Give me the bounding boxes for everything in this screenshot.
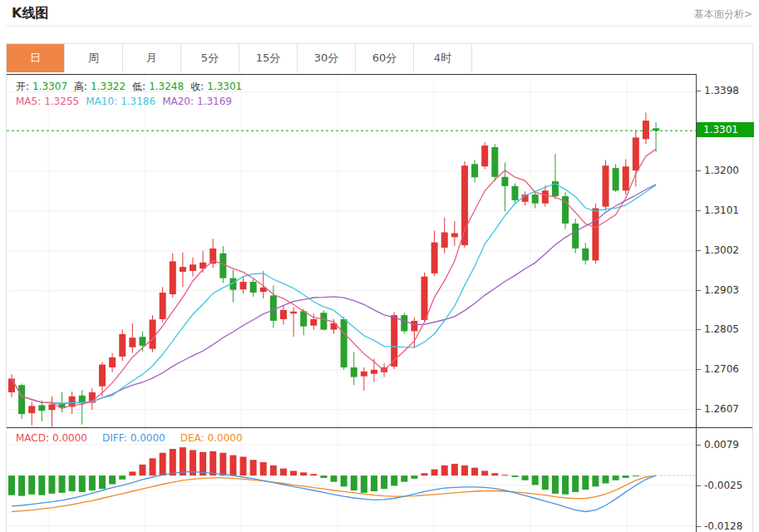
macd-bar[interactable] <box>431 470 438 476</box>
macd-bar[interactable] <box>219 453 226 475</box>
macd-bar[interactable] <box>401 475 407 482</box>
candle[interactable] <box>280 306 287 325</box>
candle[interactable] <box>150 315 156 352</box>
candle[interactable] <box>562 192 569 229</box>
macd-bar[interactable] <box>421 473 428 475</box>
macd-bar[interactable] <box>139 465 145 475</box>
candle[interactable] <box>229 269 236 302</box>
candle[interactable] <box>351 352 357 386</box>
macd-bar[interactable] <box>461 466 468 475</box>
macd-bar[interactable] <box>602 475 609 483</box>
macd-bar[interactable] <box>48 475 55 494</box>
candle[interactable] <box>643 112 649 144</box>
tab-h4[interactable]: 4时 <box>414 44 472 72</box>
macd-bar[interactable] <box>391 475 397 485</box>
macd-bar[interactable] <box>250 460 257 475</box>
candle[interactable] <box>421 273 428 323</box>
macd-bar[interactable] <box>481 470 488 475</box>
kline-canvas[interactable] <box>7 75 696 428</box>
macd-bar[interactable] <box>361 475 367 493</box>
fundamental-analysis-link[interactable]: 基本面分析> <box>694 7 752 22</box>
macd-bar[interactable] <box>310 474 317 475</box>
candle[interactable] <box>190 258 196 277</box>
candle[interactable] <box>170 254 176 298</box>
macd-bar[interactable] <box>501 475 508 475</box>
macd-bar[interactable] <box>381 475 387 489</box>
macd-bar[interactable] <box>522 475 529 480</box>
macd-bar[interactable] <box>18 475 25 496</box>
macd-bar[interactable] <box>79 475 86 492</box>
candle[interactable] <box>522 191 529 205</box>
macd-bar[interactable] <box>170 449 176 475</box>
macd-bar[interactable] <box>8 475 15 495</box>
candle[interactable] <box>441 218 448 254</box>
macd-bar[interactable] <box>411 475 417 479</box>
tab-month[interactable]: 月 <box>123 44 181 72</box>
candle[interactable] <box>431 231 438 276</box>
candle[interactable] <box>491 144 498 181</box>
candle[interactable] <box>532 191 539 208</box>
macd-bar[interactable] <box>240 456 247 475</box>
kline-plot[interactable] <box>7 74 696 427</box>
candle[interactable] <box>250 279 257 297</box>
macd-bar[interactable] <box>371 475 377 491</box>
candle[interactable] <box>451 221 458 246</box>
macd-bar[interactable] <box>38 475 45 495</box>
macd-bar[interactable] <box>532 475 539 485</box>
candle[interactable] <box>481 142 488 169</box>
macd-bar[interactable] <box>119 475 126 480</box>
candle[interactable] <box>180 253 186 288</box>
candle[interactable] <box>79 390 86 425</box>
tab-week[interactable]: 周 <box>65 44 123 72</box>
candle[interactable] <box>512 184 519 204</box>
candle[interactable] <box>119 330 126 362</box>
macd-bar[interactable] <box>613 475 619 480</box>
tab-m5[interactable]: 5分 <box>181 44 239 72</box>
tab-m60[interactable]: 60分 <box>356 44 414 72</box>
macd-bar[interactable] <box>28 475 35 495</box>
macd-bar[interactable] <box>260 462 267 475</box>
macd-bar[interactable] <box>109 475 116 484</box>
macd-bar[interactable] <box>99 475 106 489</box>
candle[interactable] <box>552 154 559 200</box>
candle[interactable] <box>341 317 347 370</box>
tab-day[interactable]: 日 <box>7 44 65 72</box>
macd-bar[interactable] <box>89 475 96 490</box>
macd-bar[interactable] <box>582 475 589 490</box>
macd-bar[interactable] <box>320 475 327 478</box>
candle[interactable] <box>109 353 116 372</box>
candle[interactable] <box>602 160 609 211</box>
candle[interactable] <box>129 323 136 353</box>
candle[interactable] <box>613 164 619 192</box>
macd-bar[interactable] <box>160 453 166 475</box>
candle[interactable] <box>28 402 35 426</box>
macd-bar[interactable] <box>209 451 216 475</box>
candle[interactable] <box>8 374 15 397</box>
candle[interactable] <box>461 161 468 248</box>
macd-bar[interactable] <box>129 471 136 475</box>
macd-bar[interactable] <box>471 468 478 475</box>
macd-bar[interactable] <box>290 470 297 475</box>
macd-bar[interactable] <box>280 469 287 475</box>
macd-bar[interactable] <box>180 447 186 475</box>
macd-bar[interactable] <box>229 456 236 476</box>
candle[interactable] <box>290 307 297 337</box>
macd-bar[interactable] <box>341 475 347 486</box>
macd-bar[interactable] <box>512 475 519 477</box>
macd-bar[interactable] <box>592 475 599 486</box>
macd-bar[interactable] <box>552 475 559 494</box>
macd-bar[interactable] <box>441 466 448 475</box>
macd-bar[interactable] <box>270 466 277 475</box>
candle[interactable] <box>401 313 407 333</box>
macd-bar[interactable] <box>59 475 66 493</box>
macd-bar[interactable] <box>562 475 569 495</box>
macd-bar[interactable] <box>351 475 357 490</box>
candle[interactable] <box>38 401 45 421</box>
macd-bar[interactable] <box>491 473 498 475</box>
macd-bar[interactable] <box>623 475 629 478</box>
macd-bar[interactable] <box>572 475 579 492</box>
candle[interactable] <box>572 219 579 254</box>
tab-m15[interactable]: 15分 <box>239 44 298 72</box>
macd-bar[interactable] <box>331 475 338 482</box>
candle[interactable] <box>623 160 629 195</box>
